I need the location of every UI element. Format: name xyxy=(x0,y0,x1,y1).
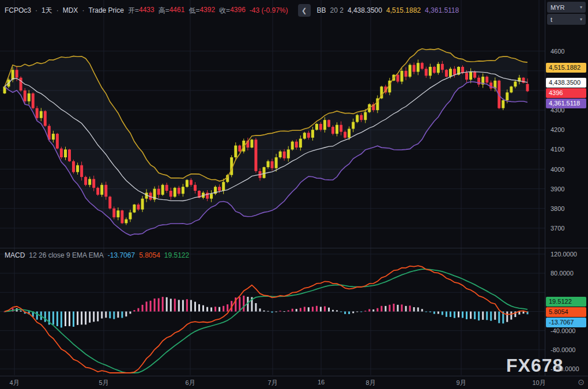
price-chart-canvas[interactable] xyxy=(0,0,545,248)
currency-value: MYR xyxy=(551,4,564,11)
chevron-down-icon: ▾ xyxy=(580,17,582,22)
time-axis[interactable]: 4月5月6月7月168月9月10月 xyxy=(0,376,588,389)
high-label: 高= xyxy=(159,6,169,16)
time-axis-label: 5月 xyxy=(99,379,108,387)
time-axis-label: 7月 xyxy=(267,379,277,387)
price-axis-badge: 4,438.3500 xyxy=(546,78,586,88)
close-label: 收= xyxy=(219,6,230,16)
price-axis-label: 3800 xyxy=(551,205,564,213)
price-axis[interactable]: MYR ▾ t ▾ 460043004200410040003900380037… xyxy=(545,0,588,376)
price-axis-badge: 4,515.1882 xyxy=(546,63,586,73)
macd-axis-label: 80.0000 xyxy=(551,269,574,277)
time-axis-label: 9月 xyxy=(456,379,466,387)
open-value: 4433 xyxy=(139,6,154,16)
separator-dot: · xyxy=(35,6,37,14)
macd-axis-badge: 19.5122 xyxy=(546,297,586,307)
series-type-label: Trade Price xyxy=(88,6,124,14)
high-value: 4461 xyxy=(169,6,185,16)
macd-line-value: 5.8054 xyxy=(139,251,160,259)
low-value: 4392 xyxy=(199,6,215,16)
interval-label[interactable]: 1天 xyxy=(42,6,52,16)
separator-dot: · xyxy=(82,6,84,14)
time-axis-label: 6月 xyxy=(185,379,195,387)
panel-divider xyxy=(0,248,588,248)
trading-chart-app: FCPOc3 · 1天 · MDX · Trade Price 开=4433 高… xyxy=(0,0,588,389)
unit-value: t xyxy=(551,16,552,23)
change-value: -43 (-0.97%) xyxy=(250,6,288,14)
low-label: 低= xyxy=(189,6,199,16)
macd-signal-value: 19.5122 xyxy=(164,251,189,259)
macd-axis-badge: 5.8054 xyxy=(546,307,586,317)
time-axis-label: 16 xyxy=(318,379,325,386)
macd-hist-value: -13.7067 xyxy=(108,251,135,259)
price-axis-label: 4000 xyxy=(551,165,564,173)
bb-params: 20 2 xyxy=(330,6,344,14)
separator-dot: · xyxy=(56,6,59,14)
macd-indicator-title[interactable]: MACD xyxy=(5,251,25,259)
open-label: 开= xyxy=(128,6,139,16)
open-field: 开=4433 xyxy=(128,6,154,16)
macd-params: 12 26 close 9 EMA EMA xyxy=(29,251,103,259)
unit-select[interactable]: t ▾ xyxy=(547,14,586,25)
low-field: 低=4392 xyxy=(189,6,215,16)
symbol-name[interactable]: FCPOc3 xyxy=(5,6,31,14)
price-panel[interactable]: FCPOc3 · 1天 · MDX · Trade Price 开=4433 高… xyxy=(0,0,545,248)
macd-chart-canvas[interactable] xyxy=(0,248,545,375)
bb-basis-value: 4,438.3500 xyxy=(348,6,382,14)
close-field: 收=4396 xyxy=(219,6,246,16)
price-axis-label: 4200 xyxy=(551,126,564,134)
macd-axis-badge: -13.7067 xyxy=(546,318,586,327)
price-axis-badge: 4396 xyxy=(546,88,586,98)
symbol-legend: FCPOc3 · 1天 · MDX · Trade Price 开=4433 高… xyxy=(5,4,459,17)
macd-legend: MACD 12 26 close 9 EMA EMA -13.7067 5.80… xyxy=(5,251,189,259)
exchange-label: MDX xyxy=(63,6,78,14)
close-value: 4396 xyxy=(230,6,246,16)
price-axis-label: 3700 xyxy=(551,224,564,232)
watermark: FX678 xyxy=(506,355,563,376)
bb-legend: BB 20 2 4,438.3500 4,515.1882 4,361.5118 xyxy=(317,6,459,14)
bb-lower-value: 4,361.5118 xyxy=(425,6,459,14)
time-axis-label: 8月 xyxy=(365,379,375,387)
macd-axis-label: -80.0000 xyxy=(551,346,575,354)
price-axis-label: 4600 xyxy=(551,47,564,55)
macd-panel[interactable]: MACD 12 26 close 9 EMA EMA -13.7067 5.80… xyxy=(0,248,545,376)
macd-axis-label: -40.0000 xyxy=(551,327,575,335)
price-axis-label: 3900 xyxy=(551,185,564,193)
price-axis-label: 4100 xyxy=(551,145,564,153)
chevron-down-icon: ▾ xyxy=(580,5,582,10)
time-axis-label: 10月 xyxy=(532,379,545,387)
scroll-left-button[interactable]: ❮ xyxy=(298,4,311,17)
price-axis-badge: 4,361.5118 xyxy=(546,99,586,108)
time-axis-label: 4月 xyxy=(9,379,19,387)
macd-axis-label: 120.0000 xyxy=(551,250,577,258)
high-field: 高=4461 xyxy=(159,6,185,16)
axis-settings-icon[interactable]: ⊙ xyxy=(578,378,585,386)
bb-upper-value: 4,515.1882 xyxy=(386,6,421,14)
chevron-left-icon: ❮ xyxy=(301,7,307,14)
currency-select[interactable]: MYR ▾ xyxy=(547,2,586,13)
bb-indicator-title[interactable]: BB xyxy=(317,6,326,14)
